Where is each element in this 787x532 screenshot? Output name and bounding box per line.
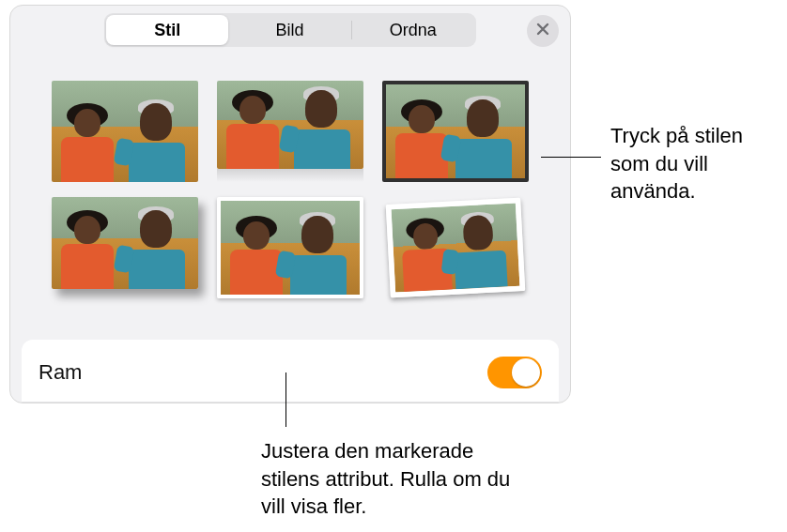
photo-preview	[217, 81, 363, 169]
style-thumb-drop-shadow[interactable]	[52, 197, 198, 298]
close-button[interactable]	[527, 15, 559, 47]
frame-toggle[interactable]	[487, 357, 542, 388]
frame-label: Ram	[39, 360, 82, 385]
callout-style-hint: Tryck på stilen som du vill använda.	[610, 122, 778, 205]
tab-label: Ordna	[390, 21, 437, 40]
tab-stil[interactable]: Stil	[106, 15, 228, 45]
tab-label: Stil	[154, 21, 180, 40]
style-thumb-reflection[interactable]	[217, 81, 363, 182]
tab-bild[interactable]: Bild	[228, 15, 350, 45]
tab-label: Bild	[275, 21, 303, 40]
callout-leader-line	[285, 372, 286, 427]
style-thumb-tilted-photo[interactable]	[382, 197, 529, 298]
style-thumb-plain[interactable]	[52, 81, 198, 182]
tab-ordna[interactable]: Ordna	[352, 15, 474, 45]
style-thumb-black-border[interactable]	[382, 81, 529, 182]
photo-preview	[386, 198, 526, 298]
style-thumb-white-border[interactable]	[217, 197, 363, 298]
photo-preview	[382, 81, 529, 182]
photo-preview	[52, 81, 198, 182]
panel-header: Stil Bild Ordna	[10, 6, 570, 54]
tab-segmented-control: Stil Bild Ordna	[104, 13, 476, 47]
style-grid	[10, 54, 570, 325]
close-icon	[536, 23, 549, 39]
attributes-row: Ram	[22, 340, 559, 403]
photo-preview	[217, 197, 363, 298]
photo-preview	[52, 197, 198, 289]
callout-attributes-hint: Justera den markerade stilens attribut. …	[261, 437, 524, 521]
format-panel: Stil Bild Ordna	[9, 5, 571, 403]
callout-leader-line	[541, 157, 601, 158]
toggle-knob	[512, 358, 540, 387]
